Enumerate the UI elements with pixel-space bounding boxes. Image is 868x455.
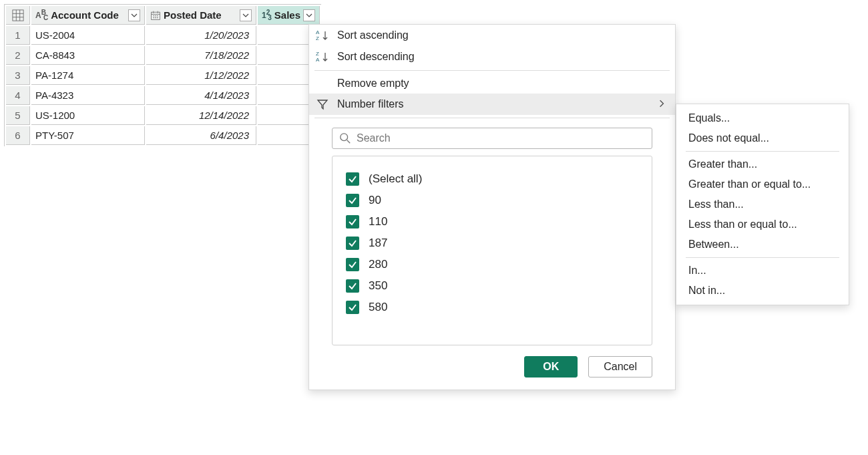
ok-button[interactable]: OK [524,356,578,377]
column-label: Sales [274,9,300,21]
value-checkbox[interactable]: 580 [346,297,638,318]
filter-toggle[interactable] [240,9,252,21]
cell-date[interactable]: 4/14/2023 [146,86,256,105]
chevron-down-icon [242,12,249,19]
checkbox-checked-icon [346,194,359,207]
sort-ascending-item[interactable]: AZ Sort ascending [309,25,675,46]
cell-date[interactable]: 1/12/2022 [146,66,256,85]
cell-account[interactable]: CA-8843 [31,46,145,65]
svg-point-14 [157,17,158,18]
row-number[interactable]: 2 [6,46,30,65]
menu-label: Sort descending [337,51,666,63]
value-checkbox[interactable]: 280 [346,254,638,275]
number-filter-option[interactable]: Does not equal... [676,128,849,148]
checkbox-checked-icon [346,258,359,271]
separator [686,257,839,258]
svg-text:Z: Z [316,35,319,41]
number-filter-option[interactable]: Equals... [676,108,849,128]
value-checkbox[interactable]: 350 [346,275,638,297]
row-number[interactable]: 3 [6,66,30,85]
svg-point-11 [157,15,158,17]
number-filter-option[interactable]: Greater than... [676,154,849,174]
cell-date[interactable]: 6/4/2023 [146,126,256,145]
separator [314,70,670,71]
filter-toggle[interactable] [303,9,315,21]
checkbox-label: 350 [369,279,387,293]
separator [686,151,839,152]
checkbox-label: 280 [369,258,387,271]
checkbox-checked-icon [346,215,359,229]
number-filters-submenu: Equals...Does not equal...Greater than..… [676,104,849,305]
number-filter-option[interactable]: Less than... [676,194,849,214]
svg-text:Z: Z [316,51,319,57]
column-header-sales[interactable]: 123 Sales [258,6,320,25]
svg-line-20 [347,140,351,144]
row-number[interactable]: 5 [6,106,30,125]
checkbox-label: 580 [369,301,387,314]
filter-value-list: (Select all) 90110187280350580 [332,156,652,345]
cell-date[interactable]: 12/14/2022 [146,106,256,125]
cancel-button[interactable]: Cancel [588,356,652,377]
value-checkbox[interactable]: 110 [346,211,638,233]
menu-label: Remove empty [337,78,666,90]
remove-empty-item[interactable]: Remove empty [309,73,675,94]
table-icon [12,9,24,21]
svg-point-12 [153,17,154,18]
data-grid: ABC Account Code Posted Date [4,4,321,146]
separator [314,118,670,118]
number-filter-option[interactable]: Not in... [676,281,849,301]
row-number[interactable]: 4 [6,86,30,105]
chevron-down-icon [306,12,312,19]
sort-asc-icon: AZ [314,29,331,42]
chevron-right-icon [658,98,666,110]
text-type-icon: ABC [35,9,48,21]
filter-toggle[interactable] [128,9,140,21]
svg-point-13 [155,17,156,18]
checkbox-label: (Select all) [369,172,422,186]
funnel-icon [314,98,331,111]
column-header-account[interactable]: ABC Account Code [31,6,145,25]
svg-text:A: A [316,57,320,63]
search-box[interactable] [332,128,652,149]
column-label: Posted Date [164,9,237,21]
search-icon [339,132,351,144]
select-all-cell[interactable] [6,6,30,25]
number-filter-option[interactable]: Between... [676,235,849,255]
row-number[interactable]: 1 [6,26,30,45]
column-label: Account Code [51,9,126,21]
search-input[interactable] [357,132,645,144]
checkbox-label: 187 [369,237,387,250]
cell-account[interactable]: PA-1274 [31,66,145,85]
cell-account[interactable]: US-1200 [31,106,145,125]
column-header-date[interactable]: Posted Date [146,6,256,25]
cell-account[interactable]: US-2004 [31,26,145,45]
cell-account[interactable]: PTY-507 [31,126,145,145]
number-filter-option[interactable]: Greater than or equal to... [676,174,849,194]
svg-point-19 [341,134,348,141]
column-filter-flyout: AZ Sort ascending ZA Sort descending Rem… [308,24,676,390]
number-filters-item[interactable]: Number filters [309,94,675,115]
cell-date[interactable]: 7/18/2022 [146,46,256,65]
number-type-icon: 123 [262,9,272,21]
cell-date[interactable]: 1/20/2023 [146,26,256,45]
row-number[interactable]: 6 [6,126,30,145]
number-filter-option[interactable]: In... [676,261,849,281]
svg-point-10 [155,15,156,17]
value-checkbox[interactable]: 90 [346,190,638,211]
checkbox-checked-icon [346,237,359,250]
checkbox-checked-icon [346,172,359,186]
svg-point-9 [153,15,154,17]
number-filter-option[interactable]: Less than or equal to... [676,214,849,235]
svg-rect-0 [12,10,23,21]
menu-label: Sort ascending [337,29,666,41]
checkbox-label: 110 [369,215,387,229]
sort-desc-icon: ZA [314,50,331,63]
calendar-icon [150,10,161,21]
svg-text:A: A [316,29,320,35]
select-all-checkbox[interactable]: (Select all) [346,168,638,190]
sort-descending-item[interactable]: ZA Sort descending [309,46,675,67]
cell-account[interactable]: PA-4323 [31,86,145,105]
checkbox-checked-icon [346,301,359,314]
checkbox-checked-icon [346,279,359,293]
value-checkbox[interactable]: 187 [346,233,638,254]
